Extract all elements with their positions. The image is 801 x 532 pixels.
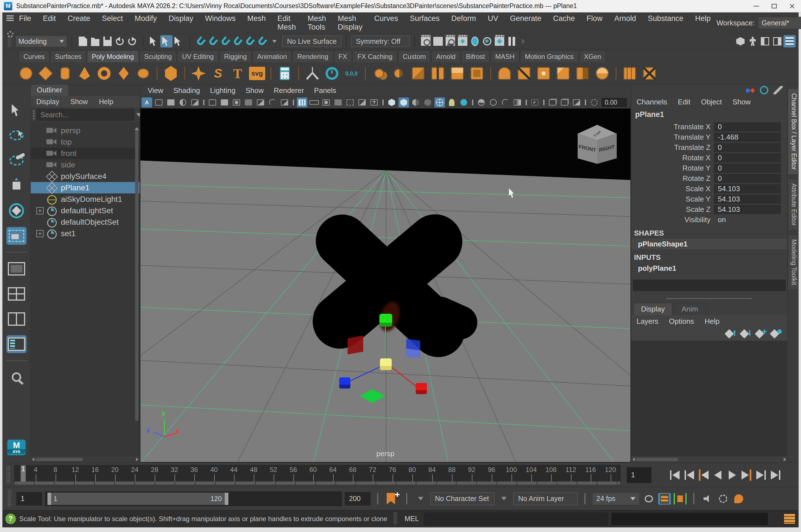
combine[interactable] <box>410 64 426 82</box>
menu-item[interactable]: Create <box>62 12 96 34</box>
open-scene-button[interactable] <box>89 35 101 48</box>
timeline-tick[interactable]: 56 <box>283 465 303 481</box>
new-scene-button[interactable] <box>77 35 89 48</box>
view-cube[interactable]: TOP FRONT RIGHT <box>578 125 617 166</box>
mirror[interactable] <box>575 64 591 82</box>
select-tool[interactable] <box>6 101 26 119</box>
timeline-tick[interactable]: 8 <box>45 465 65 481</box>
scroll-right-icon[interactable] <box>784 457 786 461</box>
symmetry-x[interactable] <box>641 64 657 82</box>
auto-keyframe-button[interactable] <box>674 493 687 505</box>
menu-item[interactable]: Edit Mesh <box>272 12 302 34</box>
target-weld[interactable] <box>536 64 552 82</box>
menu-item[interactable]: Mesh Display <box>332 12 369 34</box>
render-sequence[interactable] <box>493 35 506 48</box>
channel-entry-field[interactable] <box>633 280 786 291</box>
channel-value-field[interactable]: 0 <box>714 153 781 163</box>
shelf-tab[interactable]: Custom <box>398 51 431 62</box>
safe-action[interactable] <box>357 97 368 108</box>
scale-z-handle[interactable] <box>339 377 350 388</box>
play-forwards-button[interactable] <box>725 469 740 481</box>
boolean-difference[interactable] <box>391 64 407 82</box>
timeline-tick[interactable]: 68 <box>343 465 363 481</box>
frame-selected[interactable] <box>153 97 164 108</box>
safe-title[interactable] <box>369 97 379 108</box>
scrollbar-thumb[interactable] <box>35 458 83 461</box>
bookmark-icon[interactable] <box>387 493 395 505</box>
timeline-tick[interactable]: 48 <box>244 465 264 481</box>
type-tool[interactable]: T <box>230 64 245 82</box>
timeline-tick[interactable]: 88 <box>442 465 462 481</box>
outliner-item[interactable]: persp <box>31 125 139 136</box>
node-display-icon[interactable] <box>745 86 755 94</box>
scale-center-handle[interactable] <box>380 358 392 370</box>
channel-value-field[interactable]: 54.103 <box>714 205 781 214</box>
shelf-tab[interactable]: Rendering <box>293 51 333 62</box>
exposure-toggle[interactable] <box>589 97 599 108</box>
shelf-tab[interactable]: Poly Modeling <box>87 51 139 62</box>
single-pane-layout-button[interactable] <box>6 260 26 278</box>
selection-highlight-toggle[interactable]: A <box>142 97 152 108</box>
viewport-menu-item[interactable]: Panels <box>309 86 341 95</box>
undo-button[interactable] <box>114 35 126 48</box>
sidebar-tab[interactable]: Attribute Editor <box>788 179 799 231</box>
timeline-tick[interactable]: 92 <box>462 465 482 481</box>
uv-grid[interactable] <box>622 64 638 82</box>
channel-box-menu-item[interactable]: Object <box>696 98 727 106</box>
depth-of-field-toggle[interactable] <box>512 97 523 108</box>
timeline-tick[interactable]: 112 <box>561 465 581 481</box>
shelf-tab[interactable]: FX Caching <box>353 51 397 62</box>
scroll-left-icon[interactable] <box>632 457 635 461</box>
create-layer-from-selected[interactable] <box>771 329 782 338</box>
channel-value-field[interactable]: 0 <box>714 143 781 152</box>
save-scene-button[interactable] <box>101 35 114 48</box>
shelf-tab[interactable]: Animation <box>253 51 292 62</box>
sidebar-tab[interactable]: Modeling Toolkit <box>788 234 799 290</box>
shelf-settings-icon[interactable] <box>7 31 14 38</box>
panel-splitter-handle[interactable] <box>667 298 752 299</box>
help-icon[interactable]: ? <box>5 514 16 524</box>
timeline-tick[interactable]: 28 <box>145 465 165 481</box>
scale-x-handle[interactable] <box>416 383 427 394</box>
outliner-item[interactable]: pPlane1 <box>31 182 139 193</box>
construction-aim[interactable] <box>304 64 320 82</box>
crop-region[interactable] <box>571 97 582 108</box>
layer-menu-item[interactable]: Layers <box>631 317 664 326</box>
outliner-item[interactable]: defaultObjectSet <box>31 216 139 228</box>
sidebar-tab[interactable]: Channel Box / Layer Editor <box>788 89 799 175</box>
outliner-menu-item[interactable]: Help <box>94 98 119 106</box>
wireframe-mode[interactable] <box>386 97 397 108</box>
fps-dropdown[interactable]: 24 fps <box>592 492 640 505</box>
multi-cut[interactable] <box>516 64 532 82</box>
menu-item[interactable]: Curves <box>368 12 404 34</box>
outliner-item[interactable]: front <box>31 148 139 159</box>
shelf-tab[interactable]: UV Editing <box>177 51 218 62</box>
image-plane[interactable] <box>255 97 266 108</box>
outliner-vertical-scrollbar[interactable] <box>134 122 139 456</box>
poly-cone[interactable] <box>77 64 92 82</box>
range-slider-track[interactable]: 1 120 <box>45 492 342 506</box>
scrollbar-thumb[interactable] <box>135 128 138 421</box>
manipulator-edit-icon[interactable] <box>774 86 783 94</box>
section-grip[interactable] <box>393 513 397 525</box>
four-pane-layout-button[interactable] <box>6 285 26 303</box>
menu-item[interactable]: Substance <box>642 12 689 34</box>
timeline-tick[interactable]: 60 <box>303 465 323 481</box>
paste-snapshot[interactable] <box>559 97 570 108</box>
xray-mode[interactable] <box>423 97 433 108</box>
channel-value-field[interactable]: 0 <box>714 164 781 173</box>
scroll-up-icon[interactable] <box>134 122 139 130</box>
channel-box-menu-item[interactable]: Edit <box>673 98 696 106</box>
slider-mark[interactable] <box>406 493 407 505</box>
menu-item[interactable]: Help <box>689 12 717 34</box>
screen-space-ao[interactable] <box>476 97 487 108</box>
timeline-tick[interactable]: 104 <box>521 465 541 481</box>
open-render-view[interactable] <box>420 35 432 48</box>
animation-start-field[interactable]: 1 <box>17 492 42 506</box>
timeline-tick[interactable]: 24 <box>125 465 145 481</box>
timeline-tick[interactable]: 64 <box>323 465 343 481</box>
channel-refresh-icon[interactable] <box>760 86 768 94</box>
menu-item[interactable]: Edit <box>37 12 62 34</box>
svg-tool[interactable]: svg <box>249 64 265 82</box>
platonic-solid[interactable] <box>163 64 179 82</box>
